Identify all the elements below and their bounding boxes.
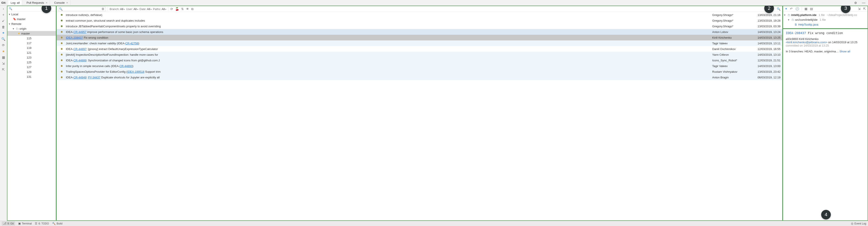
checkout-icon[interactable]: ↙ xyxy=(2,19,5,23)
commit-row[interactable]: IDEA-CR-44957 improve performance of som… xyxy=(57,29,782,35)
branch-num[interactable]: 115 xyxy=(7,36,56,41)
tab-log[interactable]: Log: all xyxy=(8,0,22,5)
branch-num[interactable]: 123 xyxy=(7,55,56,60)
eye-icon[interactable]: 👁 xyxy=(186,7,189,11)
sb-terminal[interactable]: ▣ Terminal xyxy=(18,222,32,225)
commit-date: 14/03/2019, 13:10 xyxy=(749,53,782,57)
commit-date: 14/03/2019, 13:00 xyxy=(749,65,782,68)
show-all-link[interactable]: Show all xyxy=(840,50,850,53)
collapse-icon[interactable]: ‹ xyxy=(2,6,5,10)
branch-num[interactable]: 121 xyxy=(7,50,56,55)
issue-link[interactable]: CR-44893 xyxy=(120,65,132,68)
commit-row[interactable]: Infer purity in simple recursive calls (… xyxy=(57,63,782,69)
issue-link[interactable]: CR-44949 xyxy=(73,76,86,79)
log-search-input[interactable] xyxy=(63,7,100,11)
layout-icon[interactable]: ▦ xyxy=(2,55,5,60)
search-icon[interactable]: 🔍 xyxy=(2,37,5,41)
commit-row[interactable]: IDEA-CR-44897: [groovy] extract DefaultU… xyxy=(57,46,782,52)
sb-todo[interactable]: ☰ 6: TODO xyxy=(35,222,49,225)
sort-icon[interactable]: ⇅ xyxy=(181,7,184,11)
filter-user[interactable]: User: All xyxy=(126,7,138,11)
tree-remote-header[interactable]: ▾ Remote xyxy=(7,22,56,26)
issue-link[interactable]: CR-44889 xyxy=(73,59,86,62)
filter-date[interactable]: Date: All xyxy=(140,7,152,11)
collapseall-icon[interactable]: ⇱ xyxy=(2,68,5,72)
filter-branch[interactable]: Branch: All xyxy=(110,7,125,11)
magic-icon[interactable]: ✦ xyxy=(2,31,5,35)
commit-message: IDEA-CR-44949: PY-34437 Duplicate shortc… xyxy=(66,76,712,79)
hide-icon[interactable]: — xyxy=(861,1,867,5)
branch-num[interactable]: 119 xyxy=(7,45,56,50)
new-tab-icon[interactable]: ⧉ xyxy=(191,7,194,11)
graph-cell xyxy=(58,65,66,67)
collapse-icon[interactable]: ⇱ xyxy=(863,7,866,10)
undo-icon[interactable]: ↶ xyxy=(790,7,793,10)
filter-paths[interactable]: Paths: All xyxy=(153,7,166,11)
commit-row[interactable]: IDEA-CR-44889: Synchronization of change… xyxy=(57,58,782,63)
commit-author: Icons_Sync_Robot* xyxy=(712,59,749,62)
git-branch-icon: ⎇ xyxy=(3,222,6,225)
refresh-icon[interactable]: ⟳ xyxy=(170,7,174,11)
favorite-icon[interactable]: ★ xyxy=(2,49,5,53)
issue-link[interactable]: CR-42756 xyxy=(125,42,138,45)
branch-num[interactable]: 131 xyxy=(7,74,56,79)
tab-pull-requests[interactable]: Pull Requests × xyxy=(24,0,50,5)
commit-author: Rustam Vishnyakov xyxy=(712,70,749,73)
gear-icon[interactable]: ⚙ xyxy=(853,1,858,5)
issue-link[interactable]: PY-34437 xyxy=(88,76,100,79)
commit-row[interactable]: introduce nullize(s, defValue)Gregory.Sh… xyxy=(57,12,782,18)
refresh-icon[interactable]: ⟳ xyxy=(2,43,5,47)
commit-row[interactable]: [devkit] InspectionDescriptionNotFoundIn… xyxy=(57,52,782,58)
chevron-down-icon: ▾ xyxy=(788,18,790,22)
tab-console[interactable]: Console × xyxy=(52,0,70,5)
close-icon[interactable]: × xyxy=(66,1,68,4)
commit-date: 13/03/2019, 21:16 xyxy=(749,13,782,16)
bookmark-icon: 🔖 xyxy=(13,17,16,21)
commit-row[interactable]: introduce JBTabbedPane#tabComponentInset… xyxy=(57,23,782,29)
commit-row[interactable]: JoinLinesHandler: check marker validity … xyxy=(57,40,782,46)
flatten-icon[interactable]: ▤ xyxy=(810,7,813,10)
graph-cell xyxy=(58,48,66,50)
issue-link[interactable]: CR-44897 xyxy=(73,47,86,51)
commit-row[interactable]: IDEA-CR-44949: PY-34437 Duplicate shortc… xyxy=(57,74,782,80)
branch-origin-master[interactable]: ★ master xyxy=(7,31,56,36)
graph-cell xyxy=(58,31,66,33)
sb-build[interactable]: 🔨 Build xyxy=(52,222,63,225)
branch-num[interactable]: 129 xyxy=(7,69,56,74)
add-icon[interactable]: ＋ xyxy=(2,13,5,16)
branch-num[interactable]: 117 xyxy=(7,41,56,45)
close-icon[interactable]: × xyxy=(46,1,48,4)
sb-eventlog[interactable]: ◎ Event Log xyxy=(851,222,866,225)
graph-cell xyxy=(58,14,66,16)
group-icon[interactable]: ▦ xyxy=(804,7,808,10)
balloon-icon: ◎ xyxy=(851,222,853,225)
expand-icon[interactable]: ⇲ xyxy=(858,7,861,10)
commit-date: 12/03/2019, 16:55 xyxy=(749,47,782,51)
changed-file[interactable]: 🗎 HelpTooltip.java xyxy=(784,22,867,27)
commit-row[interactable]: extract common json, structural search a… xyxy=(57,18,782,23)
find-icon[interactable]: 🔍 xyxy=(776,7,781,11)
file-root[interactable]: ▾ 🗀 intellij.platform.ide 1 file ~/IdeaP… xyxy=(784,12,867,17)
delete-icon[interactable]: 🗑 xyxy=(2,25,5,29)
cherry-pick-icon[interactable]: 🍒 xyxy=(175,7,179,11)
commit-row[interactable]: IDEA-208437 Fix wrong conditionKirill Ki… xyxy=(57,35,782,40)
sb-git[interactable]: ⎇ 9: Git xyxy=(2,221,15,226)
commit-message: introduce nullize(s, defValue) xyxy=(66,13,712,16)
expand-icon[interactable]: ⇲ xyxy=(2,62,5,66)
history-icon[interactable]: 🕘 xyxy=(795,7,800,10)
magic-icon[interactable]: ✦ xyxy=(784,7,788,10)
file-subdir[interactable]: ▾ 🗀 src/com/intellij/ide 1 file xyxy=(784,17,867,22)
folder-icon: 🗀 xyxy=(792,18,794,22)
branch-local-master[interactable]: 🔖 master xyxy=(7,16,56,22)
remote-origin[interactable]: ▾ 🗀 origin xyxy=(7,26,56,31)
issue-link[interactable]: IDEA-199518 xyxy=(127,70,145,73)
filter-gear-icon[interactable]: ⚙ xyxy=(101,7,105,11)
graph-cell xyxy=(58,76,66,78)
branch-num[interactable]: 127 xyxy=(7,65,56,69)
issue-link[interactable]: IDEA-208437 xyxy=(66,36,83,39)
issue-link[interactable]: CR-44957 xyxy=(73,30,86,34)
search-icon: 🔍 xyxy=(59,7,63,11)
branch-num[interactable]: 125 xyxy=(7,60,56,65)
commit-author: Yann Cébron xyxy=(712,53,749,57)
commit-row[interactable]: TrailingSpacesOptionsProvider for Editor… xyxy=(57,69,782,74)
